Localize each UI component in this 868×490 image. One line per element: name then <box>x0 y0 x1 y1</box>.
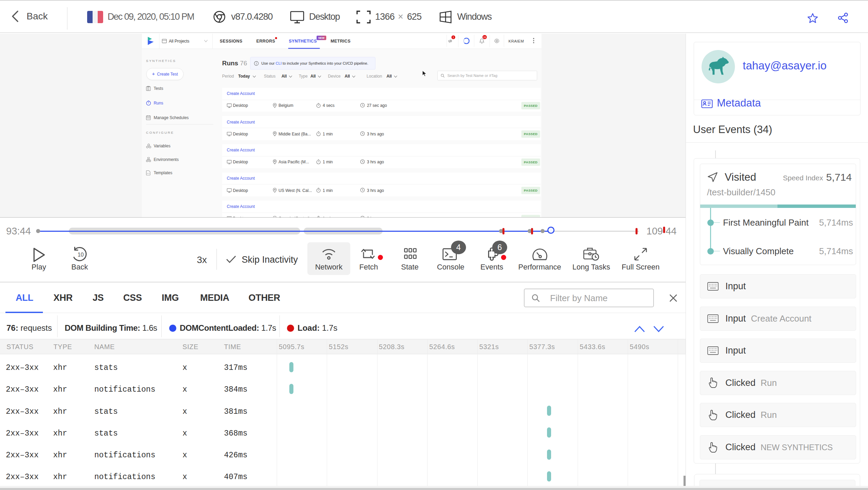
svg-text:10: 10 <box>78 252 84 258</box>
